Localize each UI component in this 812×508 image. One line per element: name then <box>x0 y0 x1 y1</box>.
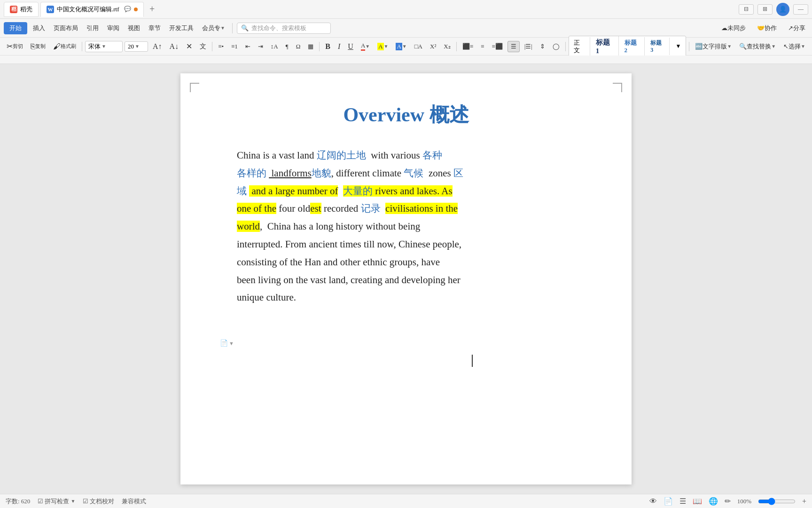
menu-ref[interactable]: 引用 <box>84 23 102 34</box>
para-mark-button[interactable]: ¶ <box>283 41 291 52</box>
highlight-button[interactable]: A ▼ <box>375 41 391 52</box>
eye-icon[interactable]: 👁 <box>649 497 657 506</box>
style-h1-label: 标题 1 <box>596 38 614 55</box>
align-center-button[interactable]: ≡ <box>478 41 487 52</box>
font-color-button[interactable]: A ▼ <box>358 40 373 52</box>
underline-button[interactable]: U <box>345 41 356 52</box>
spell-check-label: 拼写检查 <box>45 497 69 506</box>
menu-tools[interactable]: 开发工具 <box>166 23 196 34</box>
font-size-selector[interactable]: 20 ▼ <box>125 41 148 52</box>
title-bar: 稻 稻壳 W 中国文化概况可编辑.rtf 💬 + ⊟ ⊞ 👤 — <box>0 0 812 19</box>
text-arrange-button[interactable]: 🔤 文字排版 ▼ <box>692 41 734 52</box>
page-view-icon[interactable]: 📄 <box>664 497 673 506</box>
phonetic-button[interactable]: 文 <box>197 41 209 52</box>
tab-document[interactable]: W 中国文化概况可编辑.rtf 💬 <box>40 2 144 17</box>
collab-icon: 🤝 <box>757 24 765 32</box>
style-h3[interactable]: 标题 3 <box>646 38 670 55</box>
align-right-button[interactable]: ≡⬛ <box>489 41 505 52</box>
checkbox-icon: ☑ <box>38 498 43 505</box>
bullet-list-button[interactable]: ≡• <box>215 41 226 52</box>
menu-layout[interactable]: 页面布局 <box>51 23 81 34</box>
line-spacing-button[interactable]: ⇕ <box>537 41 548 52</box>
menu-insert[interactable]: 插入 <box>30 23 48 34</box>
zoom-slider[interactable] <box>758 498 796 505</box>
user-avatar[interactable]: 👤 <box>776 3 789 16</box>
edit-icon[interactable]: ✏ <box>725 497 731 506</box>
brush-icon: 🖌 <box>53 42 61 51</box>
sep1 <box>232 23 233 33</box>
shape-button[interactable]: ◯ <box>550 41 562 52</box>
doc-check-area[interactable]: ☑ 文档校对 <box>83 497 114 506</box>
distributed-button[interactable]: |☰| <box>522 41 535 52</box>
tab-daoke-label: 稻壳 <box>20 5 32 14</box>
cn-highlighted-1: 大量的 <box>343 185 373 197</box>
style-h2[interactable]: 标题 2 <box>620 37 645 56</box>
numbered-list-button[interactable]: ≡1 <box>228 41 241 52</box>
find-replace-button[interactable]: 🔍 查找替换 ▼ <box>736 41 779 52</box>
minimize-button[interactable]: ⊟ <box>739 4 754 15</box>
copy-button[interactable]: ⎘ 复制 <box>28 41 48 52</box>
text-arrange-label: 文字排版 <box>703 42 727 51</box>
decrease-indent-button[interactable]: ⇤ <box>242 41 253 52</box>
italic-button[interactable]: I <box>335 41 343 52</box>
menu-section[interactable]: 章节 <box>146 23 164 34</box>
outline-view-icon[interactable]: ☰ <box>679 497 686 506</box>
collab-button[interactable]: 🤝 协作 <box>754 23 780 34</box>
sort-button[interactable]: ↕A <box>268 41 281 52</box>
style-h2-label: 标题 2 <box>625 39 640 54</box>
text-bg-button[interactable]: A ▼ <box>393 41 409 52</box>
zoom-in-icon[interactable]: + <box>802 497 806 506</box>
menu-review[interactable]: 审阅 <box>104 23 122 34</box>
corner-mark-tl <box>190 83 199 92</box>
sync-label: 未同步 <box>727 24 746 32</box>
style-normal[interactable]: 正文 <box>569 37 590 56</box>
clear-format-button[interactable]: ✕ <box>183 40 195 52</box>
style-h1[interactable]: 标题 1 <box>591 36 619 57</box>
document-body[interactable]: China is a vast land 辽阔的土地 with various … <box>237 147 575 307</box>
font-size-decrease-button[interactable]: A↓ <box>167 41 182 52</box>
spell-check-area[interactable]: ☑ 拼写检查 ▼ <box>38 497 75 506</box>
maximize-button[interactable]: ⊞ <box>757 4 773 15</box>
search-command-box[interactable]: 🔍 查找命令、搜索模板 <box>237 23 331 34</box>
search-icon: 🔍 <box>241 24 249 32</box>
annotation-icon[interactable]: 📄▼ <box>220 339 234 347</box>
add-tab-button[interactable]: + <box>146 3 159 16</box>
web-view-icon[interactable]: 🌐 <box>709 497 718 506</box>
format-painter-button[interactable]: 🖌 格式刷 <box>50 41 79 52</box>
sync-icon: ☁ <box>721 24 727 32</box>
share-button[interactable]: ↗ 分享 <box>785 23 808 34</box>
superscript-button[interactable]: X² <box>427 41 439 52</box>
sep7 <box>689 42 689 51</box>
align-justify-button[interactable]: ☰ <box>508 41 520 52</box>
cn-text-6: 区 <box>453 167 463 179</box>
align-left-button[interactable]: ⬛≡ <box>460 41 476 52</box>
cut-button[interactable]: ✂ 剪切 <box>4 40 26 52</box>
close-button[interactable]: — <box>793 4 808 15</box>
border-button[interactable]: ▦ <box>305 41 316 52</box>
menu-view[interactable]: 视图 <box>125 23 143 34</box>
cut-label: 剪切 <box>13 43 23 50</box>
search-placeholder: 查找命令、搜索模板 <box>251 24 306 32</box>
sync-button[interactable]: ☁ 未同步 <box>718 23 749 34</box>
scissors-icon: ✂ <box>7 42 13 51</box>
collab-label: 协作 <box>765 24 777 32</box>
select-button[interactable]: ↖ 选择 ▼ <box>781 41 808 52</box>
special-char-button[interactable]: Ω <box>293 41 304 52</box>
menu-member[interactable]: 会员专 ▼ <box>199 23 228 34</box>
subscript-button[interactable]: X₂ <box>441 41 453 52</box>
text-cursor <box>472 355 473 367</box>
cn-text-2: 各种 <box>422 150 442 161</box>
status-right-area: 👁 📄 ☰ 📖 🌐 ✏ 100% + <box>649 497 806 506</box>
highlighted-and: and <box>249 185 266 197</box>
reader-view-icon[interactable]: 📖 <box>693 497 702 506</box>
font-size-increase-button[interactable]: A↑ <box>150 41 165 52</box>
tab-daoke[interactable]: 稻 稻壳 <box>4 2 39 17</box>
style-more-button[interactable]: ▼ <box>671 41 686 51</box>
bold-button[interactable]: B <box>322 41 333 52</box>
highlighted-large: a large number of <box>266 185 338 197</box>
increase-indent-button[interactable]: ⇥ <box>255 41 266 52</box>
font-family-selector[interactable]: 宋体 ▼ <box>85 41 123 52</box>
select-label: 选择 <box>789 42 801 51</box>
text-box-button[interactable]: □A <box>412 41 425 52</box>
menu-start[interactable]: 开始 <box>4 22 27 34</box>
